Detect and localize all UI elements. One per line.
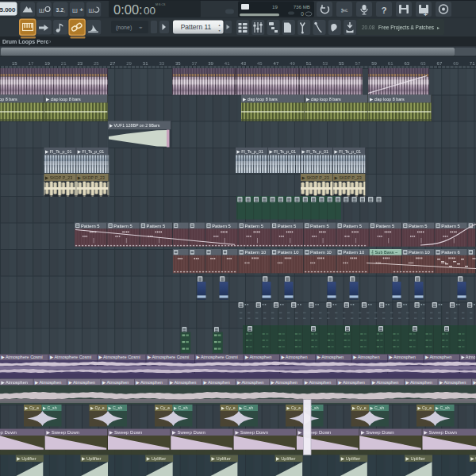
svg-text:▴: ▴ [219,23,221,27]
svg-text:Pattern 5: Pattern 5 [113,224,132,228]
svg-text:47: 47 [274,61,279,66]
svg-text:0:00:: 0:00: [113,2,143,17]
svg-text:▶ Sweep Down: ▶ Sweep Down [235,430,268,435]
svg-text:▶ VUF1 128BP on 2 9Bars: ▶ VUF1 128BP on 2 9Bars [109,123,160,128]
svg-text:▶ Sweep Down: ▶ Sweep Down [47,430,80,435]
svg-text:+: + [424,11,428,18]
svg-text:41: 41 [225,61,230,66]
svg-text:▶ Uplifter: ▶ Uplifter [406,456,425,461]
svg-text:▶ Atmosphere Cosmi: ▶ Atmosphere Cosmi [148,355,189,359]
svg-text:53: 53 [322,61,328,66]
svg-text:▶ Atmosphere Cosmi: ▶ Atmosphere Cosmi [2,355,43,359]
svg-text:▶ Atmosphen: ▶ Atmosphen [35,380,61,385]
svg-text:5.000: 5.000 [0,6,16,13]
svg-text:27: 27 [110,61,116,66]
svg-text:Pattern 5: Pattern 5 [245,224,264,228]
svg-text:▶ Fl_Ts_p_01: ▶ Fl_Ts_p_01 [270,149,297,154]
svg-text:▶ Atmosphen: ▶ Atmosphen [353,355,379,359]
svg-text:51: 51 [306,61,312,66]
svg-text:▶ Atmosphen: ▶ Atmosphen [372,380,398,385]
svg-text:▶ clap loop 8 bars: ▶ clap loop 8 bars [243,97,278,102]
svg-text:65: 65 [420,61,426,66]
svg-text:▶ Atmosphen: ▶ Atmosphen [440,380,466,385]
svg-text:?: ? [382,6,387,15]
svg-text:◂▸: ◂▸ [139,25,143,29]
svg-text:▶ clap loop 8 bars: ▶ clap loop 8 bars [0,97,17,102]
svg-text:▶ C_sh: ▶ C_sh [240,405,254,410]
svg-text:Pattern 5: Pattern 5 [81,224,100,228]
svg-text:00: 00 [144,5,155,17]
svg-text:15: 15 [12,61,17,66]
svg-text:▶ C_sh: ▶ C_sh [174,405,188,410]
svg-text:▶ Atmosphen: ▶ Atmosphen [237,380,263,385]
svg-text:▶ Cy_e: ▶ Cy_e [352,405,367,410]
svg-text:67: 67 [437,61,443,66]
svg-text:▶ Sweep Down: ▶ Sweep Down [172,430,205,435]
svg-text:▶ C_sh: ▶ C_sh [109,405,123,410]
svg-text:Pattern 10: Pattern 10 [409,250,430,255]
svg-text:▶ Atmosphen: ▶ Atmosphen [406,380,432,385]
svg-text:Pattern 10: Pattern 10 [244,250,266,255]
svg-text:Pattern 6: Pattern 6 [441,250,460,255]
svg-text:49: 49 [290,61,295,66]
svg-text:▶ C_sh: ▶ C_sh [436,405,450,410]
svg-text:17: 17 [29,61,34,66]
svg-text:▶ Sweep Down: ▶ Sweep Down [109,430,143,435]
svg-text:(none): (none) [116,25,132,31]
svg-text:▶ SKDP P_23: ▶ SKDP P_23 [45,175,72,180]
svg-text:63: 63 [404,61,409,66]
svg-text:▶ Atmosphere Cosmi: ▶ Atmosphere Cosmi [99,355,140,359]
svg-text:Pattern 10: Pattern 10 [278,250,299,255]
svg-text:▶ Uplifter: ▶ Uplifter [276,456,295,461]
svg-text:33: 33 [159,61,164,66]
svg-text:▶ Uplifter: ▶ Uplifter [470,456,476,461]
svg-text:▶ SKDP P_23: ▶ SKDP P_23 [78,175,105,180]
svg-text:▶ Cy_e: ▶ Cy_e [287,405,301,410]
svg-text:43: 43 [240,61,246,66]
svg-text:▶ Atmosphen: ▶ Atmosphen [305,380,331,385]
svg-text:▶ Fl_Ts_p_01: ▶ Fl_Ts_p_01 [302,149,329,154]
svg-text:19: 19 [272,4,278,10]
svg-text:▶ Atmosphen: ▶ Atmosphen [474,380,476,385]
svg-text:25: 25 [94,61,99,66]
svg-text:▶ Atmosphen: ▶ Atmosphen [317,355,344,359]
svg-text:▶ clap loop 8 bars: ▶ clap loop 8 bars [306,97,341,102]
svg-text:Drum Loops Perc: Drum Loops Perc [2,39,48,45]
svg-text:▶ Atmosphen: ▶ Atmosphen [281,355,307,359]
svg-text:3.2: 3.2 [56,7,64,13]
svg-text:Pattern 5: Pattern 5 [376,224,395,228]
svg-text:71: 71 [470,61,475,66]
svg-text:▶ Atmosphen: ▶ Atmosphen [390,355,416,359]
svg-text:▶ Cy_e: ▶ Cy_e [221,405,236,410]
svg-text:45: 45 [257,61,263,66]
svg-text:✄: ✄ [341,6,348,15]
svg-text:▶ Uplifter: ▶ Uplifter [17,456,36,461]
svg-text:▶ Atmosphen: ▶ Atmosphen [170,380,196,385]
svg-text:Ш: Ш [72,7,78,14]
svg-text:▶ Sweep Down: ▶ Sweep Down [298,430,332,435]
svg-text:61: 61 [388,61,393,66]
svg-text:Pattern 5: Pattern 5 [212,224,231,228]
svg-text:▶ SKDP P_23: ▶ SKDP P_23 [302,175,329,180]
svg-text:▶ Fl_Ts_p_01: ▶ Fl_Ts_p_01 [237,149,264,154]
svg-text:▶ SKDP P_23: ▶ SKDP P_23 [335,175,362,180]
svg-text:▸: ▸ [437,25,440,30]
svg-text:▶ Sweep Down: ▶ Sweep Down [361,430,394,435]
svg-text:0: 0 [301,11,304,17]
svg-text:31: 31 [143,61,148,66]
svg-text:▶ Fl_Ts_p_01: ▶ Fl_Ts_p_01 [78,149,105,154]
svg-text:Pattern 5: Pattern 5 [441,224,460,228]
svg-text:Pattern 5: Pattern 5 [343,224,362,228]
svg-text:▶ Atmosphen: ▶ Atmosphen [204,380,230,385]
svg-text:▶ Uplifter: ▶ Uplifter [211,456,230,461]
svg-text:▶ Atmosphen: ▶ Atmosphen [425,355,451,359]
svg-text:+: + [80,6,84,13]
svg-text:▶ Atmosphere Cosmi: ▶ Atmosphere Cosmi [50,355,91,359]
svg-text:▶ Uplifter: ▶ Uplifter [341,456,360,461]
svg-text:Pattern 10: Pattern 10 [343,250,364,255]
svg-text:69: 69 [453,61,459,66]
svg-text:29: 29 [126,61,132,66]
svg-text:19: 19 [44,61,50,66]
svg-text:▶ Cy_e: ▶ Cy_e [418,405,432,410]
svg-text:▶ Cy_e: ▶ Cy_e [25,405,40,410]
